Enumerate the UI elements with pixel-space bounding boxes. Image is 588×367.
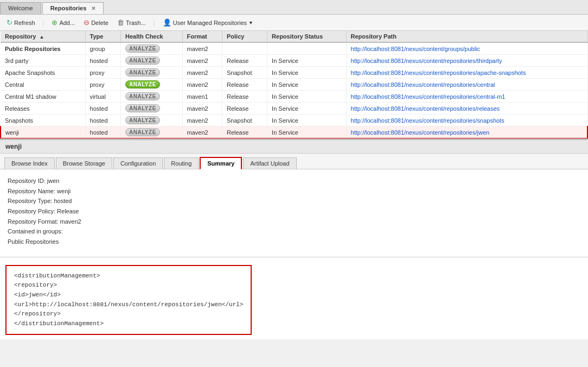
xml-line-2: <repository> — [14, 281, 243, 290]
cell-path: http://localhost:8081/nexus/content/repo… — [346, 115, 587, 126]
cell-health-check[interactable]: ANALYZE — [121, 126, 182, 138]
cell-policy: Release — [222, 103, 267, 115]
cell-path: http://localhost:8081/nexus/content/grou… — [346, 42, 587, 55]
cell-type: hosted — [85, 55, 120, 67]
cell-health-check[interactable]: ANALYZE — [121, 79, 182, 91]
path-link[interactable]: http://localhost:8081/nexus/content/repo… — [351, 117, 504, 124]
cell-type: hosted — [85, 115, 120, 126]
col-header-healthcheck[interactable]: Health Check — [121, 31, 182, 42]
analyze-button[interactable]: ANALYZE — [125, 92, 160, 100]
cell-type: proxy — [85, 67, 120, 79]
cell-policy: Snapshot — [222, 115, 267, 126]
tab-artifact-upload[interactable]: Artifact Upload — [243, 157, 296, 169]
col-header-policy[interactable]: Policy — [222, 31, 267, 42]
bottom-panel-title: wenji — [0, 139, 588, 154]
cell-type: hosted — [85, 126, 120, 138]
cell-format: maven2 — [182, 103, 222, 115]
repo-id: Repository ID: jwen — [8, 176, 580, 186]
path-link[interactable]: http://localhost:8081/nexus/content/repo… — [351, 58, 502, 64]
toolbar: ↻ Refresh | ⊕ Add... ⊖ Delete 🗑 Trash...… — [0, 15, 588, 31]
col-header-format[interactable]: Format — [182, 31, 222, 42]
cell-status — [267, 42, 346, 55]
trash-button[interactable]: 🗑 Trash... — [115, 17, 148, 28]
separator-line — [0, 257, 588, 257]
chevron-down-icon: ▼ — [248, 20, 253, 26]
analyze-button[interactable]: ANALYZE — [125, 128, 160, 136]
cell-policy: Release — [222, 79, 267, 91]
tab-summary[interactable]: Summary — [200, 157, 242, 169]
table-row[interactable]: wenji hosted ANALYZE maven2 Release In S… — [1, 126, 587, 138]
analyze-button[interactable]: ANALYZE — [125, 80, 160, 88]
tab-repositories-label: Repositories — [50, 5, 87, 11]
add-button[interactable]: ⊕ Add... — [49, 17, 77, 28]
tab-welcome-label: Welcome — [8, 5, 33, 11]
cell-repo-name: Central M1 shadow — [1, 91, 85, 103]
col-header-type[interactable]: Type — [85, 31, 120, 42]
sub-tab-bar: Browse Index Browse Storage Configuratio… — [0, 154, 588, 169]
refresh-icon: ↻ — [7, 18, 12, 27]
analyze-button[interactable]: ANALYZE — [125, 104, 160, 112]
tab-welcome[interactable]: Welcome — [0, 2, 41, 14]
col-header-path[interactable]: Repository Path — [346, 31, 587, 42]
delete-icon: ⊖ — [84, 18, 90, 27]
cell-path: http://localhost:8081/nexus/content/repo… — [346, 91, 587, 103]
repo-type: Repository Type: hosted — [8, 196, 580, 206]
refresh-button[interactable]: ↻ Refresh — [4, 17, 37, 28]
cell-path: http://localhost:8081/nexus/content/repo… — [346, 67, 587, 79]
cell-format: maven2 — [182, 67, 222, 79]
xml-line-4: <url>http://localhost:8081/nexus/content… — [14, 300, 243, 310]
cell-status: In Service — [267, 79, 346, 91]
cell-type: virtual — [85, 91, 120, 103]
cell-policy: Snapshot — [222, 67, 267, 79]
repo-name: Repository Name: wenji — [8, 186, 580, 197]
cell-repo-name: Apache Snapshots — [1, 67, 85, 79]
path-link[interactable]: http://localhost:8081/nexus/content/repo… — [351, 129, 490, 136]
separator-1: | — [43, 20, 44, 26]
cell-policy — [222, 42, 267, 55]
tab-routing[interactable]: Routing — [164, 157, 199, 169]
tab-browse-index[interactable]: Browse Index — [4, 157, 55, 169]
user-managed-button[interactable]: 👤 User Managed Repositories ▼ — [161, 17, 255, 28]
analyze-button[interactable]: ANALYZE — [125, 68, 160, 77]
delete-button[interactable]: ⊖ Delete — [81, 17, 111, 28]
close-icon[interactable]: ✕ — [91, 5, 95, 11]
cell-health-check[interactable]: ANALYZE — [121, 67, 182, 79]
col-header-status[interactable]: Repository Status — [267, 31, 346, 42]
table-row[interactable]: Releases hosted ANALYZE maven2 Release I… — [1, 103, 587, 115]
tab-configuration[interactable]: Configuration — [113, 157, 163, 169]
path-link[interactable]: http://localhost:8081/nexus/content/grou… — [351, 46, 481, 52]
bottom-panel: wenji Browse Index Browse Storage Config… — [0, 139, 588, 339]
refresh-label: Refresh — [14, 20, 35, 26]
cell-health-check[interactable]: ANALYZE — [121, 55, 182, 67]
cell-health-check[interactable]: ANALYZE — [121, 91, 182, 103]
table-row[interactable]: Public Repositories group ANALYZE maven2… — [1, 42, 587, 55]
path-link[interactable]: http://localhost:8081/nexus/content/repo… — [351, 93, 506, 100]
path-link[interactable]: http://localhost:8081/nexus/content/repo… — [351, 105, 500, 112]
analyze-button[interactable]: ANALYZE — [125, 56, 160, 65]
cell-policy: Release — [222, 55, 267, 67]
cell-health-check[interactable]: ANALYZE — [121, 103, 182, 115]
table-row[interactable]: 3rd party hosted ANALYZE maven2 Release … — [1, 55, 587, 67]
tab-repositories[interactable]: Repositories ✕ — [42, 2, 104, 14]
col-header-repository[interactable]: Repository ▲ — [1, 31, 85, 42]
cell-policy: Release — [222, 91, 267, 103]
path-link[interactable]: http://localhost:8081/nexus/content/repo… — [351, 69, 526, 76]
cell-status: In Service — [267, 67, 346, 79]
cell-repo-name: Snapshots — [1, 115, 85, 126]
cell-repo-name: Central — [1, 79, 85, 91]
table-row[interactable]: Apache Snapshots proxy ANALYZE maven2 Sn… — [1, 67, 587, 79]
table-row[interactable]: Central M1 shadow virtual ANALYZE maven1… — [1, 91, 587, 103]
table-row[interactable]: Central proxy ANALYZE maven2 Release In … — [1, 79, 587, 91]
analyze-button[interactable]: ANALYZE — [125, 45, 160, 53]
cell-type: hosted — [85, 103, 120, 115]
cell-health-check[interactable]: ANALYZE — [121, 115, 182, 126]
table-row[interactable]: Snapshots hosted ANALYZE maven2 Snapshot… — [1, 115, 587, 126]
cell-format: maven2 — [182, 42, 222, 55]
cell-status: In Service — [267, 126, 346, 138]
path-link[interactable]: http://localhost:8081/nexus/content/repo… — [351, 81, 495, 88]
cell-health-check[interactable]: ANALYZE — [121, 42, 182, 55]
add-label: Add... — [59, 20, 75, 26]
analyze-button[interactable]: ANALYZE — [125, 116, 160, 124]
cell-format: maven2 — [182, 79, 222, 91]
tab-browse-storage[interactable]: Browse Storage — [56, 157, 112, 169]
